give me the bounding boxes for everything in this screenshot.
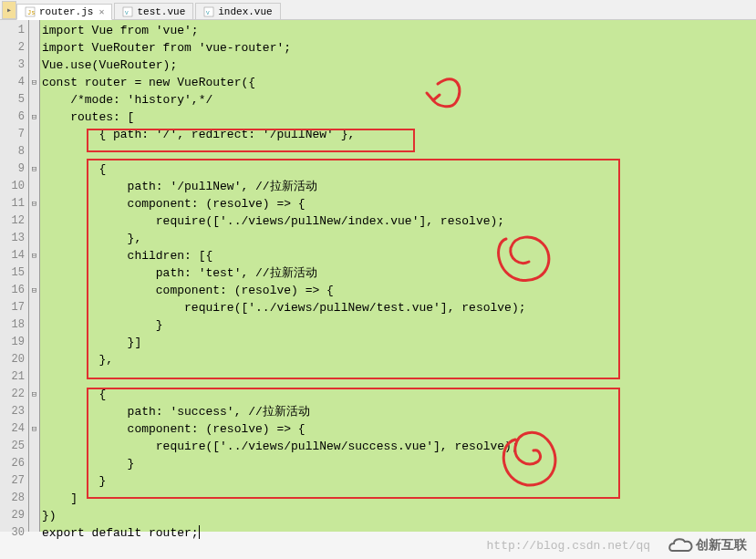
fold-marker (29, 507, 39, 524)
fold-marker (29, 299, 39, 316)
tab-label: index.vue (218, 6, 272, 17)
svg-text:V: V (125, 10, 129, 16)
code-line[interactable]: component: (resolve) => { (42, 420, 756, 438)
fold-marker[interactable]: ⊟ (29, 247, 39, 264)
fold-marker (29, 472, 39, 490)
line-number: 27 (0, 472, 25, 490)
code-line[interactable]: }, (42, 351, 756, 368)
fold-marker (29, 264, 39, 282)
code-line[interactable]: import VueRouter from 'vue-router'; (42, 39, 756, 57)
line-number: 26 (0, 455, 25, 472)
code-line[interactable]: path: 'success', //拉新活动 (42, 403, 756, 420)
code-line[interactable]: path: 'test', //拉新活动 (42, 264, 756, 282)
tab-scroll-left[interactable]: ▸ (2, 1, 16, 19)
fold-marker[interactable]: ⊟ (29, 420, 39, 438)
code-line[interactable]: ] (42, 490, 756, 507)
line-number: 17 (0, 299, 25, 316)
logo-icon (668, 534, 696, 556)
code-line[interactable]: require(['../views/pullNew/index.vue'], … (42, 212, 756, 230)
line-number: 28 (0, 490, 25, 507)
line-number: 4 (0, 74, 25, 91)
code-editor[interactable]: 1234567891011121314151617181920212223242… (0, 20, 756, 532)
logo-text: 创新互联 (696, 537, 747, 554)
fold-marker[interactable]: ⊟ (29, 195, 39, 212)
code-line[interactable]: }] (42, 334, 756, 351)
code-line[interactable]: Vue.use(VueRouter); (42, 57, 756, 74)
line-number-gutter: 1234567891011121314151617181920212223242… (0, 20, 29, 532)
tab-router-js[interactable]: Js router.js ✕ (16, 4, 112, 20)
code-line[interactable]: component: (resolve) => { (42, 195, 756, 212)
code-line[interactable]: children: [{ (42, 247, 756, 264)
footer-bar: http://blog.csdn.net/qq 创新互联 (487, 532, 756, 559)
line-number: 10 (0, 178, 25, 195)
fold-marker (29, 316, 39, 334)
line-number: 8 (0, 143, 25, 160)
fold-marker (29, 212, 39, 230)
fold-marker (29, 524, 39, 542)
logo: 创新互联 (668, 534, 747, 556)
fold-marker[interactable]: ⊟ (29, 74, 39, 91)
code-line[interactable]: /*mode: 'history',*/ (42, 91, 756, 109)
fold-marker (29, 351, 39, 368)
code-line[interactable]: const router = new VueRouter({ (42, 74, 756, 91)
code-line[interactable]: }, (42, 230, 756, 247)
line-number: 13 (0, 230, 25, 247)
line-number: 18 (0, 316, 25, 334)
code-line[interactable]: path: '/pullNew', //拉新活动 (42, 178, 756, 195)
code-line[interactable]: import Vue from 'vue'; (42, 22, 756, 39)
fold-marker[interactable]: ⊟ (29, 109, 39, 126)
fold-marker (29, 57, 39, 74)
tab-test-vue[interactable]: V test.vue (114, 3, 193, 19)
line-number: 14 (0, 247, 25, 264)
text-cursor (199, 525, 200, 539)
line-number: 22 (0, 386, 25, 403)
code-line[interactable]: require(['../views/pullNew/test.vue'], r… (42, 299, 756, 316)
code-line[interactable]: routes: [ (42, 109, 756, 126)
vue-file-icon: V (122, 6, 133, 17)
fold-marker (29, 143, 39, 160)
code-line[interactable]: { (42, 160, 756, 178)
code-line[interactable]: { (42, 386, 756, 403)
fold-marker (29, 455, 39, 472)
line-number: 16 (0, 282, 25, 299)
fold-marker (29, 230, 39, 247)
vue-file-icon: V (203, 6, 214, 17)
fold-marker (29, 438, 39, 455)
code-line[interactable]: { path: '/', redirect: '/pullNew' }, (42, 126, 756, 143)
fold-marker (29, 368, 39, 386)
fold-marker (29, 126, 39, 143)
code-line[interactable] (42, 368, 756, 386)
tab-index-vue[interactable]: V index.vue (195, 3, 280, 19)
svg-text:V: V (206, 10, 210, 16)
fold-marker (29, 178, 39, 195)
line-number: 20 (0, 351, 25, 368)
fold-marker[interactable]: ⊟ (29, 282, 39, 299)
svg-text:Js: Js (27, 9, 35, 16)
code-line[interactable]: require(['../views/pullNew/success.vue']… (42, 438, 756, 455)
fold-column: ⊟⊟⊟⊟⊟⊟⊟⊟ (29, 20, 40, 532)
fold-marker (29, 403, 39, 420)
code-line[interactable]: }) (42, 507, 756, 524)
line-number: 30 (0, 524, 25, 542)
code-line[interactable]: } (42, 472, 756, 490)
fold-marker (29, 334, 39, 351)
line-number: 21 (0, 368, 25, 386)
fold-marker[interactable]: ⊟ (29, 160, 39, 178)
line-number: 3 (0, 57, 25, 74)
fold-marker (29, 490, 39, 507)
close-icon[interactable]: ✕ (98, 6, 104, 17)
line-number: 23 (0, 403, 25, 420)
code-line[interactable]: component: (resolve) => { (42, 282, 756, 299)
js-file-icon: Js (25, 6, 36, 17)
line-number: 1 (0, 22, 25, 39)
fold-marker (29, 22, 39, 39)
line-number: 7 (0, 126, 25, 143)
line-number: 24 (0, 420, 25, 438)
code-line[interactable]: } (42, 316, 756, 334)
code-area[interactable]: import Vue from 'vue';import VueRouter f… (40, 20, 756, 532)
code-line[interactable]: } (42, 455, 756, 472)
tab-label: router.js (39, 6, 93, 17)
fold-marker[interactable]: ⊟ (29, 386, 39, 403)
code-line[interactable] (42, 143, 756, 160)
line-number: 2 (0, 39, 25, 57)
